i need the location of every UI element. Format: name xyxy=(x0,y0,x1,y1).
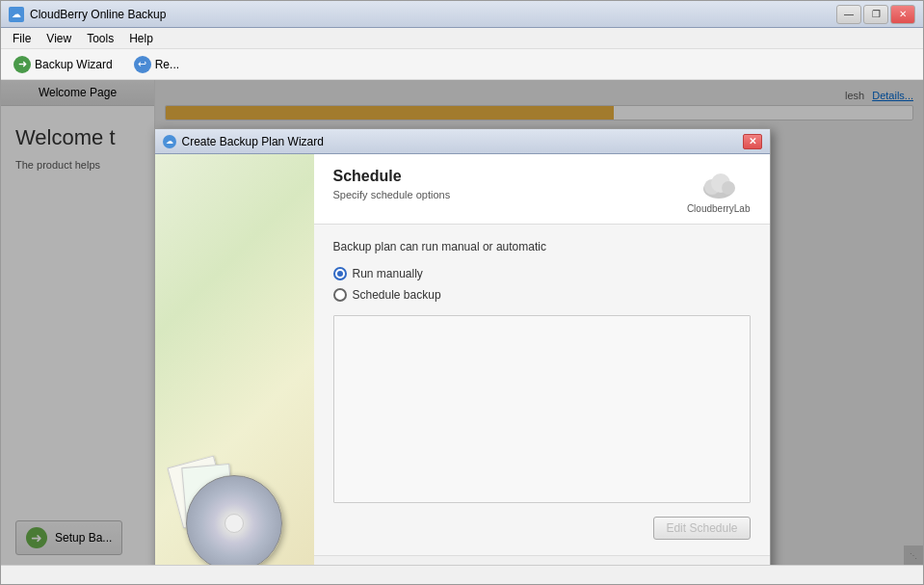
dialog-footer: < Back Next > Cancel xyxy=(314,555,770,565)
close-window-button[interactable]: ✕ xyxy=(890,5,915,24)
restore-button[interactable]: ❐ xyxy=(863,5,888,24)
title-bar: ☁ CloudBerry Online Backup — ❐ ✕ xyxy=(1,1,923,28)
toolbar: ➜ Backup Wizard ↩ Re... xyxy=(1,49,923,80)
dialog-overlay: ☁ Create Backup Plan Wizard ✕ xyxy=(1,80,923,565)
dialog-close-button[interactable]: ✕ xyxy=(743,134,762,149)
app-icon: ☁ xyxy=(9,7,24,22)
run-manually-radio-indicator xyxy=(333,267,347,280)
app-title: CloudBerry Online Backup xyxy=(30,8,836,21)
cd-decoration xyxy=(186,475,282,565)
menu-file[interactable]: File xyxy=(5,30,39,47)
menu-tools[interactable]: Tools xyxy=(79,30,121,47)
cloudberry-logo: CloudberryLab xyxy=(687,168,751,214)
content-area: Welcome Page Welcome t The product helps… xyxy=(1,80,923,565)
main-window: ☁ CloudBerry Online Backup — ❐ ✕ File Vi… xyxy=(0,0,924,585)
schedule-subtitle: Specify schedule options xyxy=(333,189,451,200)
run-manually-radio[interactable]: Run manually xyxy=(333,267,751,280)
schedule-radio-group: Run manually Schedule backup xyxy=(333,267,751,302)
svg-point-3 xyxy=(722,181,735,195)
dialog-title-icon: ☁ xyxy=(163,135,176,148)
backup-wizard-icon: ➜ xyxy=(13,56,31,73)
cloudberry-logo-icon xyxy=(700,168,738,201)
menu-bar: File View Tools Help xyxy=(1,28,923,49)
cloudberry-logo-text: CloudberryLab xyxy=(687,203,751,214)
edit-schedule-button[interactable]: Edit Schedule xyxy=(653,517,750,540)
restore-icon: ↩ xyxy=(134,56,151,73)
dialog-header-text: Schedule Specify schedule options xyxy=(333,168,451,200)
cd-inner xyxy=(224,514,244,533)
dialog-title-text: Create Backup Plan Wizard xyxy=(182,135,743,148)
dialog-header: Schedule Specify schedule options xyxy=(314,154,770,225)
dialog-content: Backup plan can run manual or automatic … xyxy=(314,225,770,555)
schedule-title: Schedule xyxy=(333,168,451,185)
menu-help[interactable]: Help xyxy=(121,30,161,47)
dialog-decorative-panel xyxy=(155,154,314,565)
restore-button[interactable]: ↩ Re... xyxy=(125,52,188,77)
backup-wizard-label: Backup Wizard xyxy=(35,58,113,71)
minimize-button[interactable]: — xyxy=(836,5,861,24)
dialog-title-bar: ☁ Create Backup Plan Wizard ✕ xyxy=(155,129,770,154)
schedule-backup-radio[interactable]: Schedule backup xyxy=(333,288,751,302)
dialog-body: Schedule Specify schedule options xyxy=(155,154,770,565)
window-controls: — ❐ ✕ xyxy=(836,5,915,24)
schedule-backup-label: Schedule backup xyxy=(353,288,441,302)
run-manually-radio-dot xyxy=(337,271,343,277)
dialog-main-content: Schedule Specify schedule options xyxy=(314,154,770,565)
backup-wizard-button[interactable]: ➜ Backup Wizard xyxy=(5,52,121,77)
run-manually-label: Run manually xyxy=(353,267,423,280)
status-bar xyxy=(1,565,923,584)
schedule-description: Backup plan can run manual or automatic xyxy=(333,240,751,253)
schedule-content-area xyxy=(333,315,751,503)
restore-label: Re... xyxy=(155,58,179,71)
menu-view[interactable]: View xyxy=(39,30,79,47)
create-backup-wizard-dialog: ☁ Create Backup Plan Wizard ✕ xyxy=(154,128,771,565)
schedule-backup-radio-indicator xyxy=(333,288,347,302)
